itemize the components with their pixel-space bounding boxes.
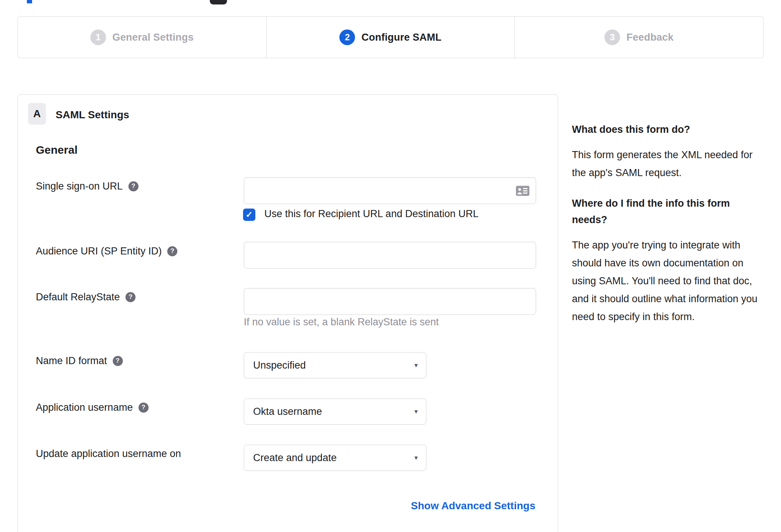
audience-uri-input[interactable] [244,242,536,269]
panel-title: SAML Settings [56,109,129,121]
update-username-on-select[interactable]: Create and update ▾ [244,445,426,471]
help-icon[interactable]: ? [113,356,123,366]
help-icon[interactable]: ? [139,403,149,413]
header-control-fragment [210,0,227,4]
audience-uri-label: Audience URI (SP Entity ID) ? [36,245,177,257]
okta-logo-fragment [27,0,32,3]
relaystate-hint: If no value is set, a blank RelayState i… [244,316,439,328]
field-label-text: Update application username on [36,447,181,460]
field-label-text: Application username [36,401,133,414]
step-label: Feedback [626,32,673,43]
field-label-text: Name ID format [36,354,107,367]
section-a-badge: A [28,103,46,125]
step-number-badge: 2 [339,29,355,45]
show-advanced-settings-link[interactable]: Show Advanced Settings [411,500,535,512]
saml-settings-panel: A SAML Settings General Single sign-on U… [18,94,558,532]
update-username-on-label: Update application username on [36,447,181,460]
help-sidebar: What does this form do? This form genera… [572,121,765,339]
contact-card-icon[interactable] [516,186,529,196]
recipient-url-checkbox[interactable]: ✓ [243,209,255,221]
step-feedback[interactable]: 3 Feedback [514,17,763,58]
application-username-label: Application username ? [36,401,149,414]
default-relaystate-label: Default RelayState ? [36,291,136,303]
chevron-down-icon: ▾ [414,407,418,416]
application-username-select[interactable]: Okta username ▾ [244,398,426,425]
single-sign-on-url-field-wrap [244,177,536,204]
select-value: Unspecified [253,360,306,371]
select-value: Create and update [253,452,337,464]
step-label: General Settings [112,32,194,43]
default-relaystate-input[interactable] [244,288,536,315]
general-section-heading: General [36,144,78,156]
field-label-text: Default RelayState [36,291,120,303]
step-configure-saml[interactable]: 2 Configure SAML [266,17,515,58]
help-body-what: This form generates the XML needed for t… [572,146,765,182]
chevron-down-icon: ▾ [414,454,418,462]
wizard-stepper: 1 General Settings 2 Configure SAML 3 Fe… [18,16,763,58]
help-icon[interactable]: ? [167,246,177,256]
single-sign-on-url-input[interactable] [244,177,536,204]
step-number-badge: 3 [604,29,620,45]
name-id-format-select[interactable]: Unspecified ▾ [244,352,426,378]
help-icon[interactable]: ? [125,292,136,302]
name-id-format-label: Name ID format ? [36,354,123,367]
help-icon[interactable]: ? [128,181,139,191]
help-heading-where: Where do I find the info this form needs… [572,195,765,228]
single-sign-on-url-label: Single sign-on URL ? [36,180,139,193]
audience-uri-field-wrap [244,242,536,269]
recipient-url-checkbox-label[interactable]: Use this for Recipient URL and Destinati… [264,208,479,220]
chevron-down-icon: ▾ [414,361,418,369]
default-relaystate-field-wrap [244,288,536,315]
help-body-where: The app you're trying to integrate with … [572,236,765,326]
help-heading-what: What does this form do? [572,121,765,138]
step-general-settings[interactable]: 1 General Settings [18,17,266,58]
step-label: Configure SAML [361,32,441,43]
select-value: Okta username [253,406,322,417]
field-label-text: Single sign-on URL [36,180,123,193]
field-label-text: Audience URI (SP Entity ID) [36,245,162,257]
check-icon: ✓ [246,210,253,220]
step-number-badge: 1 [90,29,106,45]
